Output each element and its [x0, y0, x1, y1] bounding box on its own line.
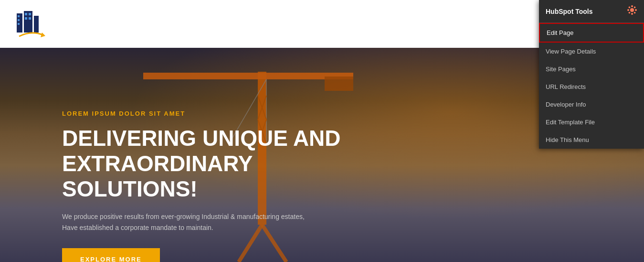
svg-point-30	[634, 12, 636, 14]
hero-content: LOREM IPSUM DOLOR SIT AMET Delivering Un…	[62, 110, 348, 262]
svg-rect-17	[325, 76, 353, 91]
svg-rect-14	[143, 73, 353, 79]
svg-point-24	[630, 8, 634, 12]
hubspot-header: HubSpot Tools	[539, 0, 644, 23]
svg-point-32	[634, 7, 636, 9]
svg-point-25	[631, 5, 633, 7]
svg-rect-9	[29, 17, 31, 20]
svg-rect-2	[34, 16, 39, 33]
hubspot-tools-dropdown: HubSpot Tools Edit Page View Page Detail…	[539, 0, 644, 149]
hero-description: We produce positive results from ever-gr…	[62, 211, 310, 234]
svg-rect-4	[18, 19, 20, 21]
svg-rect-6	[25, 13, 27, 15]
dropdown-item-site-pages[interactable]: Site Pages	[539, 60, 644, 78]
svg-point-29	[629, 7, 631, 9]
svg-rect-3	[18, 15, 20, 17]
hero-title: Delivering Unique And Extraordinary Solu…	[62, 126, 348, 202]
svg-rect-8	[25, 17, 27, 20]
svg-rect-7	[29, 13, 31, 15]
svg-marker-10	[41, 33, 45, 37]
dropdown-item-developer-info[interactable]: Developer Info	[539, 96, 644, 113]
dropdown-item-edit-page[interactable]: Edit Page	[539, 23, 644, 43]
dropdown-item-edit-template[interactable]: Edit Template File	[539, 113, 644, 131]
svg-point-26	[631, 13, 633, 15]
logo-icon	[14, 9, 48, 40]
hubspot-logo-icon	[627, 5, 637, 18]
hubspot-title: HubSpot Tools	[546, 8, 593, 15]
logo[interactable]	[14, 9, 48, 40]
svg-rect-5	[18, 23, 20, 25]
dropdown-item-hide-menu[interactable]: Hide This Menu	[539, 131, 644, 149]
hero-subtitle: LOREM IPSUM DOLOR SIT AMET	[62, 110, 348, 117]
explore-more-button[interactable]: EXPLORE MORE	[62, 248, 160, 262]
svg-point-27	[627, 9, 629, 11]
svg-point-28	[635, 9, 637, 11]
dropdown-item-url-redirects[interactable]: URL Redirects	[539, 78, 644, 96]
svg-point-31	[629, 12, 631, 14]
dropdown-item-view-page-details[interactable]: View Page Details	[539, 43, 644, 60]
